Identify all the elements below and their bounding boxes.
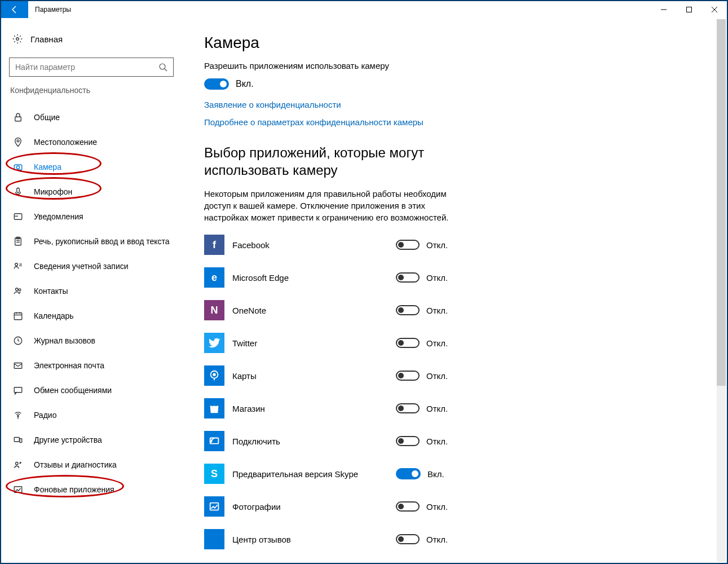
sidebar-item-label: Календарь — [34, 311, 74, 320]
back-button[interactable] — [1, 1, 28, 18]
app-toggle[interactable] — [396, 371, 420, 381]
sidebar-item-label: Микрофон — [34, 187, 72, 196]
app-icon — [204, 333, 224, 353]
sidebar-item-microphone[interactable]: Микрофон — [9, 179, 174, 204]
app-name: Карты — [232, 371, 396, 381]
location-icon — [12, 136, 24, 148]
page-title: Камера — [204, 34, 704, 52]
sidebar-item-camera[interactable]: Камера — [9, 155, 174, 179]
app-row: КартыОткл. — [204, 365, 704, 386]
clipboard-icon — [12, 236, 24, 247]
app-toggle-label: Откл. — [426, 371, 448, 381]
app-toggle[interactable] — [396, 338, 420, 348]
app-name: Facebook — [232, 240, 396, 250]
app-toggle-label: Откл. — [426, 437, 448, 446]
sidebar-item-label: Отзывы и диагностика — [34, 460, 117, 469]
sidebar-item-account[interactable]: Сведения учетной записи — [9, 254, 174, 279]
app-toggle[interactable] — [396, 436, 420, 446]
svg-point-8 — [17, 140, 19, 142]
privacy-link[interactable]: Заявление о конфиденциальности — [204, 100, 704, 109]
svg-point-5 — [160, 64, 165, 69]
maximize-button[interactable] — [676, 1, 701, 18]
svg-rect-34 — [14, 487, 22, 493]
sidebar-item-email[interactable]: Электронная почта — [9, 353, 174, 378]
lock-icon — [12, 112, 24, 123]
app-icon — [204, 529, 224, 549]
app-toggle[interactable] — [396, 272, 420, 283]
background-icon — [12, 484, 24, 495]
sidebar-item-label: Радио — [34, 411, 56, 420]
sidebar-item-backgroundapps[interactable]: Фоновые приложения — [9, 477, 174, 502]
sidebar-item-general[interactable]: Общие — [9, 105, 174, 130]
minimize-button[interactable] — [651, 1, 676, 18]
category-label: Конфиденциальность — [10, 86, 174, 95]
sidebar-item-otherdevices[interactable]: Другие устройства — [9, 428, 174, 452]
sidebar-item-speech[interactable]: Речь, рукописный ввод и ввод текста — [9, 229, 174, 254]
app-toggle-label: Откл. — [426, 273, 448, 283]
svg-rect-12 — [14, 214, 22, 220]
history-icon — [12, 335, 24, 346]
sidebar-item-label: Электронная почта — [34, 361, 104, 370]
feedback-icon — [12, 459, 24, 470]
titlebar: Параметры — [1, 1, 727, 18]
svg-point-17 — [15, 263, 18, 266]
devices-icon — [12, 434, 24, 446]
sidebar-item-label: Журнал вызовов — [34, 336, 95, 345]
app-toggle[interactable] — [396, 534, 420, 544]
svg-rect-1 — [686, 7, 691, 12]
window-controls — [651, 1, 727, 18]
svg-rect-7 — [15, 117, 21, 121]
app-icon: f — [204, 235, 224, 255]
app-toggle-label: Откл. — [426, 535, 448, 544]
contacts-icon — [12, 285, 24, 297]
sidebar-item-callhistory[interactable]: Журнал вызовов — [9, 328, 174, 353]
app-name: Twitter — [232, 338, 396, 348]
app-name: Магазин — [232, 404, 396, 413]
sidebar-item-calendar[interactable]: Календарь — [9, 303, 174, 328]
svg-point-33 — [16, 462, 19, 465]
app-toggle-label: Откл. — [426, 502, 448, 512]
mail-icon — [12, 360, 24, 371]
app-row: NOneNoteОткл. — [204, 300, 704, 320]
close-button[interactable] — [701, 1, 727, 18]
svg-rect-39 — [210, 503, 219, 510]
sidebar-item-location[interactable]: Местоположение — [9, 130, 174, 155]
svg-point-4 — [16, 38, 19, 41]
sidebar-item-label: Сведения учетной записи — [34, 262, 129, 271]
search-input[interactable] — [15, 63, 145, 72]
sidebar-item-feedback[interactable]: Отзывы и диагностика — [9, 452, 174, 477]
app-toggle-label: Откл. — [426, 338, 448, 348]
scrollbar-thumb[interactable] — [717, 19, 726, 386]
app-row: SПредварительная версия SkypeВкл. — [204, 464, 704, 484]
app-toggle-label: Вкл. — [427, 469, 444, 479]
app-row: ФотографииОткл. — [204, 496, 704, 517]
app-toggle[interactable] — [396, 240, 420, 250]
sidebar-item-label: Фоновые приложения — [34, 485, 114, 494]
search-icon — [158, 63, 167, 72]
app-icon: N — [204, 300, 224, 320]
svg-rect-11 — [17, 188, 20, 192]
app-toggle-label: Откл. — [426, 240, 448, 250]
app-icon: e — [204, 267, 224, 288]
svg-rect-31 — [14, 438, 19, 442]
app-toggle[interactable] — [396, 468, 421, 479]
scrollbar[interactable] — [717, 19, 726, 562]
app-toggle[interactable] — [396, 403, 420, 413]
app-toggle[interactable] — [396, 305, 420, 315]
sidebar-item-label: Речь, рукописный ввод и ввод текста — [34, 237, 170, 246]
app-icon — [204, 496, 224, 517]
app-name: OneNote — [232, 306, 396, 315]
sidebar-item-messaging[interactable]: Обмен сообщениями — [9, 378, 174, 403]
sidebar-item-contacts[interactable]: Контакты — [9, 279, 174, 303]
main-toggle[interactable] — [204, 78, 229, 90]
sidebar-item-label: Камера — [34, 162, 61, 171]
sidebar-item-label: Общие — [34, 113, 60, 122]
home-button[interactable]: Главная — [9, 29, 174, 49]
more-link[interactable]: Подробнее о параметрах конфиденциальност… — [204, 117, 704, 127]
camera-icon — [12, 161, 24, 173]
sidebar-item-notifications[interactable]: Уведомления — [9, 204, 174, 229]
sidebar-item-radio[interactable]: Радио — [9, 403, 174, 428]
app-toggle[interactable] — [396, 501, 420, 512]
svg-rect-28 — [14, 387, 22, 393]
search-box[interactable] — [9, 58, 174, 77]
